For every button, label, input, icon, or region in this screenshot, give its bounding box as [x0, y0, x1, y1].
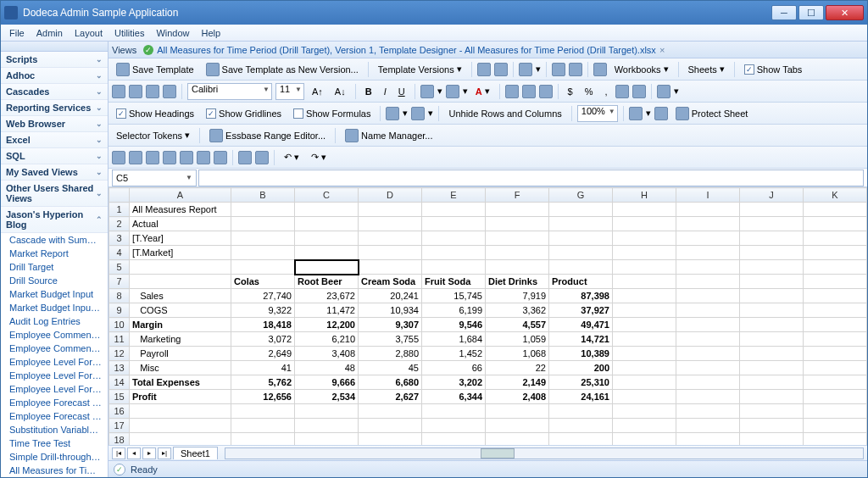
cell[interactable]: 12,656: [231, 390, 295, 404]
row-header[interactable]: 16: [109, 404, 130, 419]
sidebar-group[interactable]: Jason's Hyperion Blog⌃: [1, 207, 108, 233]
template-versions-button[interactable]: Template Versions ▾: [374, 60, 466, 78]
close-button[interactable]: ✕: [826, 5, 864, 20]
tool-icon[interactable]: [112, 151, 125, 164]
cut-icon[interactable]: [129, 85, 142, 98]
show-tabs-toggle[interactable]: ✓Show Tabs: [740, 60, 807, 78]
sheet-nav-prev[interactable]: ◂: [127, 447, 141, 459]
cell[interactable]: Root Beer: [295, 275, 359, 289]
cell[interactable]: 10,389: [549, 347, 613, 361]
cell[interactable]: [740, 375, 804, 390]
column-header[interactable]: G: [549, 188, 613, 203]
cell[interactable]: 4,557: [486, 318, 549, 332]
cell[interactable]: [359, 231, 422, 246]
currency-button[interactable]: $: [564, 82, 577, 100]
row-header[interactable]: 4: [109, 246, 130, 260]
cell[interactable]: [676, 289, 740, 303]
row-header[interactable]: 17: [109, 419, 130, 433]
cell[interactable]: 10,934: [359, 303, 422, 318]
cell[interactable]: [804, 217, 867, 231]
sidebar-item[interactable]: Market Budget Input: [1, 287, 108, 301]
column-header[interactable]: K: [804, 188, 867, 203]
cell[interactable]: [676, 375, 740, 390]
tool-icon[interactable]: [163, 151, 176, 164]
tool-icon[interactable]: [519, 63, 532, 76]
sidebar-item[interactable]: Market Budget Input 2 - Comments: [1, 301, 108, 314]
cell[interactable]: 6,680: [359, 375, 422, 390]
tab-close-icon[interactable]: ×: [659, 45, 665, 55]
name-manager-button[interactable]: Name Manager...: [341, 126, 437, 144]
cell[interactable]: [613, 419, 676, 433]
cell[interactable]: [740, 433, 804, 446]
paste-icon[interactable]: [163, 85, 176, 98]
sidebar-group[interactable]: Excel⌄: [1, 132, 108, 148]
menu-help[interactable]: Help: [197, 26, 226, 40]
cell[interactable]: [486, 217, 549, 231]
sidebar-group[interactable]: Web Browser⌄: [1, 116, 108, 132]
sidebar-item[interactable]: Employee Comments Management: [1, 342, 108, 355]
cell[interactable]: 7,919: [486, 289, 549, 303]
row-header[interactable]: 3: [109, 231, 130, 246]
sidebar-item[interactable]: Drill Target: [1, 260, 108, 274]
sidebar-item[interactable]: Employee Comments Management (Ess...: [1, 328, 108, 342]
cell[interactable]: Profit: [130, 390, 231, 404]
cell[interactable]: Sales: [130, 289, 231, 303]
cell[interactable]: [613, 275, 676, 289]
cell[interactable]: 14,721: [549, 332, 613, 347]
cell[interactable]: [613, 231, 676, 246]
cell[interactable]: [231, 260, 295, 275]
row-header[interactable]: 5: [109, 260, 130, 275]
cell[interactable]: [613, 390, 676, 404]
undo-button[interactable]: ↶ ▾: [280, 148, 303, 166]
cell[interactable]: Fruit Soda: [422, 275, 486, 289]
cell[interactable]: [613, 433, 676, 446]
sidebar-group[interactable]: My Saved Views⌄: [1, 164, 108, 181]
column-header[interactable]: E: [422, 188, 486, 203]
cell[interactable]: Actual: [130, 217, 231, 231]
zoom-select[interactable]: 100%▼: [577, 105, 618, 122]
cell[interactable]: [804, 375, 867, 390]
cell[interactable]: [676, 246, 740, 260]
cell[interactable]: [613, 318, 676, 332]
cell[interactable]: [676, 347, 740, 361]
maximize-button[interactable]: ☐: [798, 5, 824, 20]
cell[interactable]: [676, 419, 740, 433]
cell[interactable]: Colas: [231, 275, 295, 289]
cell[interactable]: [549, 419, 613, 433]
tool-icon[interactable]: [129, 151, 142, 164]
cell[interactable]: 5,762: [231, 375, 295, 390]
inc-dec-icon[interactable]: [632, 85, 646, 98]
cell[interactable]: [613, 332, 676, 347]
views-label[interactable]: Views: [112, 45, 136, 55]
show-headings-toggle[interactable]: ✓Show Headings: [112, 104, 198, 122]
cell[interactable]: 3,072: [231, 332, 295, 347]
protect-sheet-button[interactable]: Protect Sheet: [671, 104, 753, 122]
cell[interactable]: Product: [549, 275, 613, 289]
cell[interactable]: [359, 217, 422, 231]
cell[interactable]: [549, 246, 613, 260]
cell[interactable]: 2,649: [231, 347, 295, 361]
column-header[interactable]: J: [740, 188, 804, 203]
cell[interactable]: [130, 260, 231, 275]
fontsize-select[interactable]: 11▼: [275, 83, 304, 100]
cell[interactable]: [740, 275, 804, 289]
cell[interactable]: 2,627: [359, 390, 422, 404]
corner-cell[interactable]: [109, 188, 130, 203]
cell[interactable]: [804, 347, 867, 361]
sheet-tab[interactable]: Sheet1: [173, 447, 218, 459]
cell[interactable]: [130, 404, 231, 419]
bold-button[interactable]: B: [361, 82, 376, 100]
menu-utilities[interactable]: Utilities: [109, 26, 149, 40]
cell[interactable]: [740, 203, 804, 217]
cell[interactable]: [804, 433, 867, 446]
cell[interactable]: [549, 217, 613, 231]
cell[interactable]: [295, 433, 359, 446]
cell[interactable]: [676, 275, 740, 289]
cell[interactable]: 87,398: [549, 289, 613, 303]
unhide-button[interactable]: Unhide Rows and Columns: [444, 104, 565, 122]
border-icon[interactable]: [420, 85, 434, 98]
cell[interactable]: 11,472: [295, 303, 359, 318]
cell[interactable]: 1,059: [486, 332, 549, 347]
percent-button[interactable]: %: [581, 82, 598, 100]
cell[interactable]: [295, 246, 359, 260]
